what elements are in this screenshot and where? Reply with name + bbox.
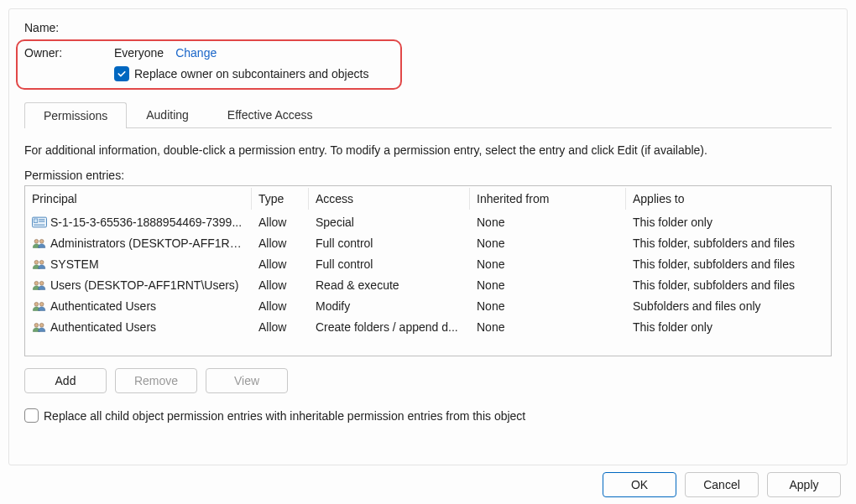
- advanced-security-dialog: Name: Owner: Everyone Change Replace own…: [0, 0, 856, 504]
- principal-text: Users (DESKTOP-AFF1RNT\Users): [50, 278, 239, 292]
- view-button[interactable]: View: [206, 368, 288, 393]
- grid-body: S-1-15-3-65536-1888954469-7399...AllowSp…: [25, 211, 831, 356]
- owner-row: Owner: Everyone Change: [24, 46, 394, 60]
- replace-owner-row: Replace owner on subcontainers and objec…: [114, 66, 394, 81]
- inherited-cell: None: [470, 235, 626, 252]
- group-icon: [32, 321, 47, 333]
- col-header-access[interactable]: Access: [309, 188, 470, 210]
- name-row: Name:: [24, 21, 832, 34]
- change-owner-link[interactable]: Change: [175, 46, 217, 60]
- table-row[interactable]: Authenticated UsersAllowModifyNoneSubfol…: [25, 295, 831, 316]
- type-cell: Allow: [252, 298, 309, 314]
- col-header-principal[interactable]: Principal: [25, 188, 252, 210]
- svg-point-7: [34, 260, 39, 264]
- replace-owner-label: Replace owner on subcontainers and objec…: [134, 67, 368, 81]
- inherited-cell: None: [470, 277, 626, 294]
- svg-point-5: [34, 239, 39, 243]
- grid-header: Principal Type Access Inherited from App…: [25, 186, 831, 211]
- svg-point-8: [39, 260, 44, 264]
- inherited-cell: None: [470, 256, 626, 273]
- owner-highlight-box: Owner: Everyone Change Replace owner on …: [16, 39, 402, 90]
- applies-cell: This folder, subfolders and files: [626, 256, 831, 273]
- svg-point-6: [39, 239, 44, 243]
- type-cell: Allow: [252, 277, 309, 294]
- apply-button[interactable]: Apply: [767, 472, 841, 497]
- name-label: Name:: [24, 21, 121, 34]
- inherited-cell: None: [470, 298, 626, 314]
- add-button[interactable]: Add: [24, 368, 107, 393]
- applies-cell: Subfolders and files only: [626, 298, 831, 314]
- applies-cell: This folder only: [626, 319, 831, 335]
- col-header-inherited[interactable]: Inherited from: [470, 188, 626, 210]
- group-icon: [32, 258, 47, 270]
- applies-cell: This folder only: [626, 214, 831, 231]
- access-cell: Full control: [309, 256, 470, 273]
- tab-auditing[interactable]: Auditing: [127, 101, 208, 127]
- type-cell: Allow: [252, 214, 309, 231]
- svg-point-9: [34, 281, 39, 285]
- replace-child-row: Replace all child object permission entr…: [24, 408, 832, 423]
- col-header-applies[interactable]: Applies to: [626, 188, 831, 210]
- type-cell: Allow: [252, 256, 309, 273]
- svg-point-12: [39, 302, 44, 306]
- owner-value: Everyone: [114, 46, 164, 60]
- cancel-button[interactable]: Cancel: [685, 472, 759, 497]
- applies-cell: This folder, subfolders and files: [626, 277, 831, 294]
- svg-rect-1: [34, 218, 38, 222]
- info-text: For additional information, double-click…: [24, 143, 832, 157]
- tab-effective-access[interactable]: Effective Access: [208, 101, 332, 127]
- principal-text: Authenticated Users: [50, 320, 156, 334]
- inherited-cell: None: [470, 214, 626, 231]
- table-row[interactable]: Administrators (DESKTOP-AFF1RN...AllowFu…: [25, 232, 831, 253]
- remove-button[interactable]: Remove: [115, 368, 197, 393]
- applies-cell: This folder, subfolders and files: [626, 235, 831, 252]
- table-row[interactable]: Authenticated UsersAllowCreate folders /…: [25, 316, 831, 337]
- col-header-type[interactable]: Type: [252, 188, 309, 210]
- access-cell: Create folders / append d...: [309, 319, 470, 335]
- svg-point-10: [39, 281, 44, 285]
- principal-text: SYSTEM: [50, 257, 99, 271]
- replace-child-label: Replace all child object permission entr…: [44, 409, 525, 423]
- principal-text: Administrators (DESKTOP-AFF1RN...: [50, 236, 245, 250]
- replace-child-checkbox[interactable]: [24, 408, 39, 423]
- svg-point-11: [34, 302, 39, 306]
- content-frame: Name: Owner: Everyone Change Replace own…: [8, 8, 848, 465]
- check-icon: [117, 69, 127, 79]
- ok-button[interactable]: OK: [603, 472, 676, 497]
- table-row[interactable]: SYSTEMAllowFull controlNoneThis folder, …: [25, 253, 831, 274]
- tab-permissions[interactable]: Permissions: [24, 102, 127, 128]
- svg-point-14: [39, 323, 44, 327]
- access-cell: Special: [309, 214, 470, 231]
- type-cell: Allow: [252, 235, 309, 252]
- inherited-cell: None: [470, 319, 626, 335]
- owner-label: Owner:: [24, 46, 114, 60]
- access-cell: Modify: [309, 298, 470, 314]
- group-icon: [32, 237, 47, 249]
- credential-icon: [32, 216, 47, 228]
- access-cell: Read & execute: [309, 277, 470, 294]
- table-row[interactable]: Users (DESKTOP-AFF1RNT\Users)AllowRead &…: [25, 274, 831, 295]
- principal-text: Authenticated Users: [50, 299, 156, 313]
- entry-buttons: Add Remove View: [24, 368, 832, 393]
- tab-bar: Permissions Auditing Effective Access: [24, 101, 832, 128]
- type-cell: Allow: [252, 319, 309, 335]
- group-icon: [32, 279, 47, 291]
- group-icon: [32, 300, 47, 312]
- access-cell: Full control: [309, 235, 470, 252]
- principal-text: S-1-15-3-65536-1888954469-7399...: [50, 216, 242, 229]
- replace-owner-checkbox[interactable]: [114, 66, 129, 81]
- entries-label: Permission entries:: [24, 169, 832, 182]
- col-header-principal-text: Principal: [32, 192, 77, 205]
- svg-point-13: [34, 323, 39, 327]
- permissions-grid: Principal Type Access Inherited from App…: [24, 185, 832, 356]
- table-row[interactable]: S-1-15-3-65536-1888954469-7399...AllowSp…: [25, 211, 831, 232]
- footer-buttons: OK Cancel Apply: [603, 472, 841, 497]
